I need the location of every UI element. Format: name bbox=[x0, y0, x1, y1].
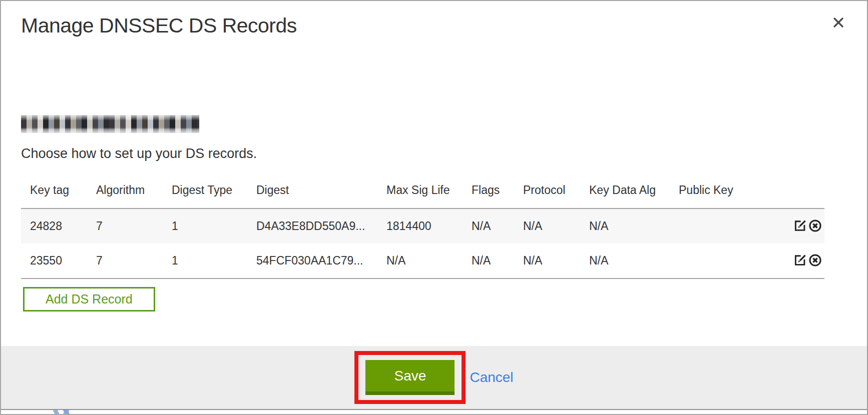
col-header-protocol: Protocol bbox=[514, 172, 580, 208]
ds-records-table: Key tag Algorithm Digest Type Digest Max… bbox=[21, 172, 824, 279]
edit-record-button[interactable] bbox=[793, 218, 807, 234]
cell-key-data-alg: N/A bbox=[580, 244, 670, 278]
delete-icon bbox=[808, 218, 822, 233]
cell-actions bbox=[779, 208, 824, 244]
cell-public-key bbox=[670, 244, 779, 278]
edit-record-button[interactable] bbox=[793, 253, 807, 269]
cell-key-data-alg: N/A bbox=[580, 208, 670, 244]
page-title: Manage DNSSEC DS Records bbox=[21, 14, 297, 38]
instructions-text: Choose how to set up your DS records. bbox=[21, 146, 824, 162]
cell-actions bbox=[779, 244, 824, 278]
delete-record-button[interactable] bbox=[808, 253, 822, 269]
cell-digest-type: 1 bbox=[163, 208, 247, 244]
cell-key-tag: 24828 bbox=[21, 208, 87, 244]
col-header-key-tag: Key tag bbox=[21, 172, 87, 208]
col-header-digest: Digest bbox=[247, 172, 377, 208]
save-button[interactable]: Save bbox=[365, 360, 455, 395]
cell-digest-type: 1 bbox=[163, 244, 247, 278]
col-header-algorithm: Algorithm bbox=[87, 172, 163, 208]
cell-key-tag: 23550 bbox=[21, 244, 87, 278]
save-button-annotation: Save bbox=[354, 351, 466, 404]
background-page-strip bbox=[1, 410, 867, 414]
cell-max-sig-life: N/A bbox=[377, 244, 463, 278]
table-header-row: Key tag Algorithm Digest Type Digest Max… bbox=[21, 172, 824, 208]
close-icon bbox=[831, 15, 846, 30]
col-header-max-sig-life: Max Sig Life bbox=[377, 172, 463, 208]
manage-dnssec-modal: Manage DNSSEC DS Records Choose how to s… bbox=[0, 0, 868, 415]
edit-icon bbox=[793, 218, 807, 233]
background-logo-fragment bbox=[49, 410, 81, 414]
cell-algorithm: 7 bbox=[87, 244, 163, 278]
cell-flags: N/A bbox=[463, 208, 514, 244]
cell-max-sig-life: 1814400 bbox=[377, 208, 463, 244]
cell-algorithm: 7 bbox=[87, 208, 163, 244]
edit-icon bbox=[793, 253, 807, 268]
delete-icon bbox=[808, 253, 822, 268]
cancel-link[interactable]: Cancel bbox=[470, 370, 513, 386]
cell-public-key bbox=[670, 208, 779, 244]
cell-protocol: N/A bbox=[514, 208, 580, 244]
table-row: 23550 7 1 54FCF030AA1C79... N/A N/A N/A … bbox=[21, 244, 824, 278]
col-header-public-key: Public Key bbox=[670, 172, 779, 208]
modal-footer: Save Cancel bbox=[1, 346, 867, 410]
col-header-key-data-alg: Key Data Alg bbox=[580, 172, 670, 208]
col-header-digest-type: Digest Type bbox=[163, 172, 247, 208]
delete-record-button[interactable] bbox=[808, 218, 822, 234]
modal-body: Choose how to set up your DS records. Ke… bbox=[21, 115, 824, 312]
cell-flags: N/A bbox=[463, 244, 514, 278]
col-header-actions bbox=[779, 172, 824, 208]
add-ds-record-button[interactable]: Add DS Record bbox=[23, 287, 155, 312]
cell-digest: D4A33E8DD550A9... bbox=[247, 208, 377, 244]
domain-name-redacted bbox=[21, 115, 199, 133]
close-button[interactable] bbox=[830, 14, 847, 31]
table-row: 24828 7 1 D4A33E8DD550A9... 1814400 N/A … bbox=[21, 208, 824, 244]
col-header-flags: Flags bbox=[463, 172, 514, 208]
cell-digest: 54FCF030AA1C79... bbox=[247, 244, 377, 278]
cell-protocol: N/A bbox=[514, 244, 580, 278]
